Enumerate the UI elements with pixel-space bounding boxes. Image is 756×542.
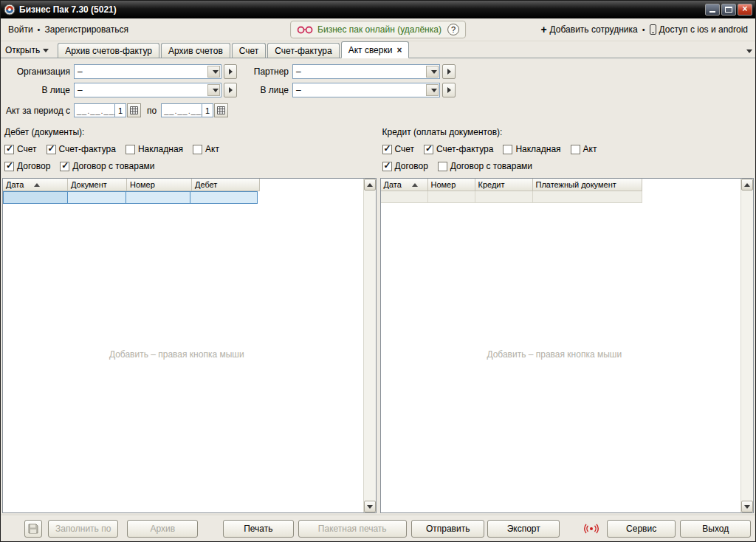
save-button[interactable] <box>24 520 42 538</box>
date-to-day[interactable]: 1 <box>202 103 213 117</box>
debit-list[interactable]: Дата Документ Номер Дебет Добавить – пра… <box>2 178 377 513</box>
date-from-day[interactable]: 1 <box>115 103 126 117</box>
checkbox-dogovor-tovary[interactable]: Договор с товарами <box>438 161 532 171</box>
column-label: Номер <box>130 180 155 189</box>
organization-reference-button[interactable] <box>224 64 237 79</box>
partner-reference-button[interactable] <box>442 64 456 79</box>
column-header-payment-doc[interactable]: Платежный документ <box>533 179 642 191</box>
maximize-button[interactable] <box>721 4 736 16</box>
partner-person-combobox[interactable]: – <box>292 83 440 97</box>
organization-value: – <box>78 66 83 77</box>
checkbox-schet-faktura[interactable]: Счет-фактура <box>424 144 493 154</box>
tab-invoice-facture[interactable]: Счет-фактура <box>267 43 339 58</box>
checkbox-akt[interactable]: Акт <box>571 144 597 154</box>
checkbox-akt[interactable]: Акт <box>193 144 219 154</box>
selected-empty-row[interactable] <box>4 192 363 204</box>
cell[interactable] <box>381 191 428 203</box>
cell[interactable] <box>533 191 642 203</box>
checkbox-schet[interactable]: Счет <box>382 144 415 154</box>
help-button[interactable]: ? <box>447 24 459 35</box>
checkbox-label: Договор с товарами <box>72 161 154 171</box>
open-menu-button[interactable]: Открыть <box>5 45 49 55</box>
cell[interactable] <box>475 191 533 203</box>
scroll-up-button[interactable] <box>741 179 753 191</box>
tab-reconciliation-act[interactable]: Акт сверки × <box>341 41 410 58</box>
cell[interactable] <box>190 191 258 204</box>
column-header-date[interactable]: Дата <box>381 179 428 191</box>
tab-invoice-archive[interactable]: Архив счетов <box>161 43 230 58</box>
separator-dot: • <box>642 25 645 34</box>
date-from-input[interactable]: __.__.____ <box>74 103 115 117</box>
service-button[interactable]: Сервис <box>607 520 676 538</box>
arrow-down-icon <box>367 505 373 509</box>
exit-button[interactable]: Выход <box>680 520 751 538</box>
checkbox-box <box>382 145 392 154</box>
partner-combobox[interactable]: – <box>292 64 440 79</box>
column-header-number[interactable]: Номер <box>428 179 475 191</box>
scroll-up-button[interactable] <box>364 179 376 191</box>
tab-label: Архив счетов-фактур <box>65 46 152 56</box>
debit-title: Дебет (документы): <box>4 127 375 137</box>
checkbox-nakladnaya[interactable]: Накладная <box>503 144 560 154</box>
tab-invoice-facture-archive[interactable]: Архив счетов-фактур <box>58 43 159 58</box>
fill-by-button[interactable]: Заполнить по <box>48 520 119 538</box>
tab-list-dropdown-icon[interactable] <box>746 49 752 53</box>
organization-label: Организация <box>5 66 70 77</box>
checkbox-schet[interactable]: Счет <box>4 144 37 154</box>
signal-button[interactable] <box>580 520 602 538</box>
batch-print-button[interactable]: Пакетная печать <box>298 520 407 538</box>
title-bar: Бизнес Пак 7.30 (5021) <box>1 1 755 18</box>
column-header-credit[interactable]: Кредит <box>475 179 533 191</box>
calendar-button[interactable] <box>214 103 228 117</box>
org-person-combobox[interactable]: – <box>74 83 221 97</box>
org-person-label: В лице <box>5 85 70 95</box>
partner-person-reference-button[interactable] <box>442 83 456 97</box>
org-person-reference-button[interactable] <box>224 83 237 97</box>
cell[interactable] <box>3 191 68 204</box>
calendar-button[interactable] <box>127 103 141 117</box>
credit-checks-row1: Счет Счет-фактура Накладная Акт <box>382 144 755 154</box>
checkbox-schet-faktura[interactable]: Счет-фактура <box>47 144 116 154</box>
checkbox-dogovor-tovary[interactable]: Договор с товарами <box>60 161 154 171</box>
debit-scrollbar[interactable] <box>363 179 376 512</box>
export-button[interactable]: Экспорт <box>487 520 560 538</box>
organization-combobox[interactable]: – <box>74 64 221 79</box>
scroll-down-button[interactable] <box>364 501 376 512</box>
app-icon[interactable] <box>4 4 16 16</box>
dropdown-button[interactable] <box>426 84 439 96</box>
tab-invoice[interactable]: Счет <box>232 43 267 58</box>
checkbox-nakladnaya[interactable]: Накладная <box>126 144 183 154</box>
send-button[interactable]: Отправить <box>411 520 485 538</box>
archive-button[interactable]: Архив <box>127 520 198 538</box>
mobile-access-link[interactable]: Доступ с ios и android <box>659 24 748 35</box>
login-link[interactable]: Войти <box>8 24 33 35</box>
checkbox-dogovor[interactable]: Договор <box>4 161 50 171</box>
column-header-debit[interactable]: Дебет <box>192 179 260 191</box>
register-link[interactable]: Зарегистрироваться <box>44 24 128 35</box>
dropdown-button[interactable] <box>207 84 220 96</box>
print-button[interactable]: Печать <box>223 520 294 538</box>
dropdown-button[interactable] <box>426 66 439 78</box>
cell[interactable] <box>126 191 190 204</box>
dropdown-button[interactable] <box>207 66 220 78</box>
arrow-right-icon <box>229 87 233 93</box>
period-label: Акт за период с <box>5 106 70 116</box>
credit-table-header: Дата Номер Кредит Платежный документ <box>381 179 741 191</box>
column-header-date[interactable]: Дата <box>3 179 68 191</box>
credit-scrollbar[interactable] <box>740 179 753 512</box>
credit-list[interactable]: Дата Номер Кредит Платежный документ Доб… <box>380 178 755 513</box>
close-button[interactable] <box>738 4 752 16</box>
scroll-down-button[interactable] <box>741 501 753 512</box>
form-row-period: Акт за период с __.__.____ 1 по __.__.__… <box>5 103 755 117</box>
column-header-document[interactable]: Документ <box>68 179 127 191</box>
column-header-number[interactable]: Номер <box>127 179 192 191</box>
empty-row[interactable] <box>381 191 741 203</box>
date-to-input[interactable]: __.__.____ <box>161 103 202 117</box>
close-tab-icon[interactable]: × <box>396 45 402 55</box>
cell[interactable] <box>428 191 475 203</box>
online-link[interactable]: Бизнес пак онлайн (удалёнка) <box>317 24 441 35</box>
cell[interactable] <box>67 191 126 204</box>
checkbox-dogovor[interactable]: Договор <box>382 161 428 171</box>
minimize-button[interactable] <box>705 4 720 16</box>
add-employee-link[interactable]: Добавить сотрудника <box>550 24 638 35</box>
